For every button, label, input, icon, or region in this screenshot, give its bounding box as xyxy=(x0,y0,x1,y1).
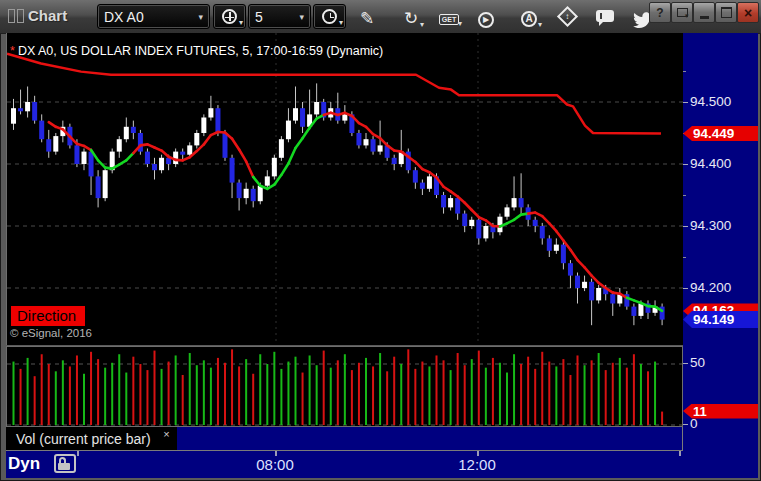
candlestick-chart[interactable] xyxy=(7,33,683,345)
close-button[interactable]: × xyxy=(737,2,759,23)
realtime-star: * xyxy=(10,44,18,58)
dock-button[interactable]: ▾ xyxy=(671,2,693,23)
volume-bar xyxy=(555,366,557,425)
price-minor-tick xyxy=(683,71,686,72)
candle xyxy=(265,176,270,185)
candle xyxy=(371,139,376,151)
help-icon: ? xyxy=(656,6,663,20)
candle xyxy=(427,176,432,188)
volume-bar xyxy=(626,368,628,425)
volume-bar xyxy=(654,362,656,425)
volume-bar xyxy=(20,369,22,425)
moving-average-line xyxy=(578,260,585,267)
volume-bar xyxy=(118,354,120,425)
play-icon: ▶ xyxy=(478,12,494,28)
candle xyxy=(96,176,101,198)
dynamic-mode-label[interactable]: Dyn xyxy=(8,454,40,474)
price-axis-label: 94.300 xyxy=(690,218,731,233)
maximize-button[interactable] xyxy=(715,2,737,23)
close-tab-icon[interactable]: × xyxy=(163,428,169,440)
volume-bar xyxy=(287,362,289,425)
direction-study-label[interactable]: Direction xyxy=(11,306,85,326)
volume-bar xyxy=(111,363,113,425)
price-axis-label: 94.400 xyxy=(690,156,731,171)
candle xyxy=(74,145,79,164)
price-axis[interactable]: 94.50094.40094.30094.20094.44994.16394.1… xyxy=(683,33,758,478)
volume-bar xyxy=(450,370,452,425)
chevron-down-icon: ▾ xyxy=(420,20,424,29)
volume-tab-label: Vol (current price bar) xyxy=(16,431,151,447)
volume-bar xyxy=(344,354,346,425)
clock-icon xyxy=(322,9,337,24)
candle xyxy=(561,245,566,264)
volume-bar xyxy=(280,369,282,425)
volume-panel[interactable] xyxy=(6,346,683,427)
volume-bar xyxy=(55,371,57,425)
chevron-down-icon: ▾ xyxy=(339,18,343,27)
volume-bar xyxy=(527,357,529,425)
publish-button[interactable]: ↕ xyxy=(560,9,575,28)
price-axis-label: 94.200 xyxy=(690,280,731,295)
candle xyxy=(582,282,587,288)
volume-bar xyxy=(295,357,297,425)
volume-bar xyxy=(69,366,71,425)
interval-dropdown[interactable]: 5 ▾ xyxy=(248,4,311,29)
volume-bar xyxy=(605,370,607,425)
volume-bar xyxy=(492,358,494,425)
moving-average-line xyxy=(126,153,133,160)
volume-bar xyxy=(302,373,304,425)
candle xyxy=(631,307,636,316)
candle xyxy=(279,139,284,158)
auto-trade-button[interactable]: A ▾ xyxy=(518,8,540,27)
speech-bubble-icon xyxy=(596,10,614,22)
volume-bar xyxy=(41,354,43,425)
candle xyxy=(272,158,277,177)
volume-bar xyxy=(351,370,353,425)
candle xyxy=(314,102,319,114)
price-tick xyxy=(683,102,688,103)
comment-button[interactable] xyxy=(596,10,614,22)
volume-study-tab[interactable]: Vol (current price bar) × xyxy=(6,427,177,450)
candle xyxy=(638,304,643,316)
moving-average-line xyxy=(585,267,592,275)
play-button[interactable]: ▶ xyxy=(478,8,494,28)
candle xyxy=(244,189,249,198)
candle xyxy=(293,108,298,120)
moving-average-line xyxy=(281,163,288,174)
moving-average-line xyxy=(232,139,239,150)
volume-bar xyxy=(506,373,508,425)
symbol-dropdown[interactable]: DX A0 ▾ xyxy=(97,4,210,29)
volume-bar xyxy=(309,355,311,425)
candle xyxy=(547,238,552,250)
minimize-button[interactable] xyxy=(693,2,715,23)
volume-bar xyxy=(457,353,459,425)
volume-bar xyxy=(372,366,374,425)
get-data-button[interactable]: GET ▾ xyxy=(436,8,462,26)
main-chart-panel[interactable]: *DX A0, US DOLLAR INDEX FUTURES, 5, 17:0… xyxy=(6,33,683,345)
candle xyxy=(589,282,594,301)
volume-bar xyxy=(330,368,332,425)
candle xyxy=(554,245,559,251)
help-button[interactable]: ? xyxy=(649,2,671,23)
symbol-value: DX A0 xyxy=(104,9,144,25)
volume-bar xyxy=(231,349,233,425)
time-axis[interactable]: Dyn 08:0012:00 xyxy=(6,451,758,478)
volume-bar xyxy=(168,362,170,425)
time-template-button[interactable]: ▾ xyxy=(313,4,346,29)
candle xyxy=(575,276,580,288)
candle xyxy=(117,139,122,151)
candle xyxy=(483,226,488,238)
candle xyxy=(568,263,573,275)
volume-bar xyxy=(640,364,642,425)
candle xyxy=(145,152,150,164)
moving-average-line xyxy=(366,127,373,134)
volume-chart[interactable] xyxy=(7,347,682,426)
moving-average-line xyxy=(288,148,295,164)
candle xyxy=(89,152,94,177)
refresh-button[interactable]: ↻ ▾ xyxy=(400,8,422,29)
lock-toggle[interactable] xyxy=(54,454,76,473)
draw-tool-button[interactable]: ✎ xyxy=(360,8,374,29)
symbol-lookup-button[interactable]: ▾ xyxy=(213,4,246,29)
maximize-icon xyxy=(721,7,732,18)
candle xyxy=(356,133,361,145)
